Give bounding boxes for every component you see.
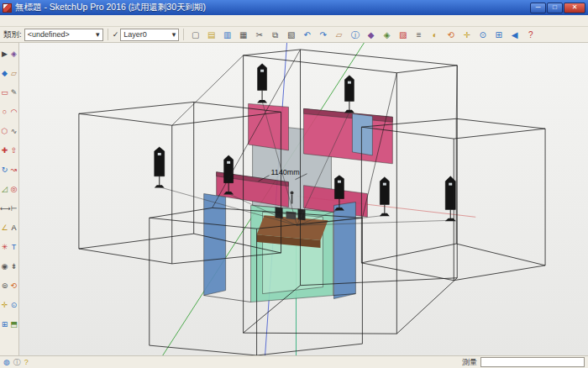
toolbar-separator [108, 29, 108, 40]
speaker-left[interactable] [155, 147, 165, 188]
classifier-value: <undefined> [28, 30, 70, 39]
layer-value: Layer0 [123, 30, 147, 39]
paste-icon[interactable]: ▧ [284, 28, 298, 41]
classifier-dropdown[interactable]: <undefined> ▾ [24, 29, 103, 41]
desk-speaker-right [298, 208, 306, 220]
shadows-icon[interactable]: ◐ [428, 28, 442, 41]
push-pull-tool[interactable]: ⇧ [9, 141, 18, 160]
arc-tool[interactable]: ◠ [9, 103, 18, 122]
minimize-button[interactable]: ─ [530, 3, 546, 13]
speaker-top-left[interactable] [257, 64, 267, 103]
save-icon[interactable]: ▥ [220, 28, 234, 41]
close-button[interactable]: ✕ [564, 3, 585, 13]
rotate-tool[interactable]: ↻ [0, 160, 9, 180]
text-tool[interactable]: A [9, 218, 18, 238]
tape-measure-tool[interactable]: ⟷ [0, 199, 9, 218]
geolocation-icon[interactable]: ◍ [3, 357, 10, 367]
dimension-label: 1140mm [271, 168, 300, 176]
window-controls: ─ □ ✕ [530, 3, 585, 13]
model-svg: 1140mm [19, 43, 588, 355]
menu-bar [0, 15, 588, 27]
pan-tool[interactable]: ✛ [0, 296, 9, 315]
protractor-tool[interactable]: ∠ [0, 218, 9, 238]
materials-icon[interactable]: ◆ [364, 28, 378, 41]
eraser-tool[interactable]: ▱ [9, 64, 18, 83]
select-tool[interactable]: ▶ [0, 45, 9, 64]
freehand-tool[interactable]: ∿ [9, 122, 18, 141]
sketchup-window: 無標題 - SketchUp Pro 2016 (試用還剩30天到期) ─ □ … [0, 0, 588, 368]
zoom-tool[interactable]: ⊙ [9, 296, 18, 315]
window-title: 無標題 - SketchUp Pro 2016 (試用還剩30天到期) [15, 2, 527, 13]
zoom-extents-icon[interactable]: ⊞ [491, 28, 506, 41]
paint-bucket-tool[interactable]: ◆ [0, 64, 9, 83]
speaker-right[interactable] [380, 177, 390, 217]
measurements-label: 測量 [462, 357, 477, 368]
chevron-down-icon: ▾ [172, 30, 176, 39]
chevron-down-icon: ▾ [96, 30, 100, 39]
rectangle-tool[interactable]: ▭ [0, 83, 9, 103]
room-surfaces [204, 103, 393, 302]
undo-icon[interactable]: ↶ [300, 28, 314, 41]
move-tool[interactable]: ✚ [0, 141, 9, 160]
follow-me-tool[interactable]: ↝ [9, 160, 18, 180]
styles-icon[interactable]: ▨ [396, 28, 410, 41]
position-camera-tool[interactable]: ◉ [0, 257, 9, 276]
blue-panel-top-right [352, 113, 372, 155]
main-toolbar: 類別: <undefined> ▾ ✓ Layer0 ▾ ▢ ▤ ▥ ▦ ✂ ⧉ [0, 27, 588, 43]
tool-palette: ▶ ◈ ◆ ▱ ▭ ✎ ○ ◠ ⬡ ∿ [0, 43, 19, 355]
zoom-icon[interactable]: ⊙ [475, 28, 490, 41]
previous-view-icon[interactable]: ◀ [507, 28, 522, 41]
orbit-tool[interactable]: ⟲ [9, 276, 18, 296]
scale-tool[interactable]: ◿ [0, 180, 9, 199]
new-icon[interactable]: ▢ [188, 28, 202, 41]
tip-icon[interactable]: ? [24, 357, 29, 367]
measurements-input[interactable] [480, 357, 585, 367]
redo-icon[interactable]: ↷ [316, 28, 330, 41]
title-bar: 無標題 - SketchUp Pro 2016 (試用還剩30天到期) ─ □ … [0, 0, 588, 15]
pan-icon[interactable]: ✛ [459, 28, 474, 41]
main-area: ▶ ◈ ◆ ▱ ▭ ✎ ○ ◠ ⬡ ∿ [0, 43, 588, 355]
dimension-tool[interactable]: ⊢ [9, 199, 18, 218]
make-component-tool[interactable]: ◈ [9, 45, 18, 64]
3d-text-tool[interactable]: T [9, 238, 18, 257]
look-around-tool[interactable]: ⊚ [0, 276, 9, 296]
open-icon[interactable]: ▤ [204, 28, 218, 41]
layer-dropdown[interactable]: Layer0 ▾ [120, 29, 179, 41]
components-icon[interactable]: ◈ [380, 28, 394, 41]
circle-tool[interactable]: ○ [0, 103, 9, 122]
section-plane-tool[interactable]: ⬒ [9, 315, 18, 334]
line-tool[interactable]: ✎ [9, 83, 18, 103]
toolbar-separator [183, 29, 184, 40]
polygon-tool[interactable]: ⬡ [0, 122, 9, 141]
desk-monitor [286, 211, 297, 219]
speaker-top-right[interactable] [344, 76, 354, 113]
axes-tool[interactable]: ✳ [0, 238, 9, 257]
walk-tool[interactable]: ⇟ [9, 257, 18, 276]
app-icon [3, 3, 12, 13]
erase-icon[interactable]: ▱ [332, 28, 346, 41]
offset-tool[interactable]: ◎ [9, 180, 18, 199]
help-icon[interactable]: ? [523, 28, 538, 41]
credits-icon[interactable]: ⓘ [13, 357, 21, 367]
model-info-icon[interactable]: ⓘ [348, 28, 362, 41]
layers-icon[interactable]: ≡ [412, 28, 426, 41]
layer-visible-check[interactable]: ✓ [113, 30, 119, 39]
scale-figure [291, 192, 294, 195]
maximize-button[interactable]: □ [547, 3, 563, 13]
copy-icon[interactable]: ⧉ [268, 28, 282, 41]
cut-icon[interactable]: ✂ [252, 28, 266, 41]
classifier-label: 類別: [3, 29, 22, 40]
print-icon[interactable]: ▦ [236, 28, 250, 41]
orbit-icon[interactable]: ⟲ [444, 28, 458, 41]
zoom-extents-tool[interactable]: ⊞ [0, 315, 9, 334]
viewport-3d[interactable]: 1140mm [19, 43, 588, 355]
status-bar: ◍ ⓘ ? 測量 [0, 355, 588, 368]
